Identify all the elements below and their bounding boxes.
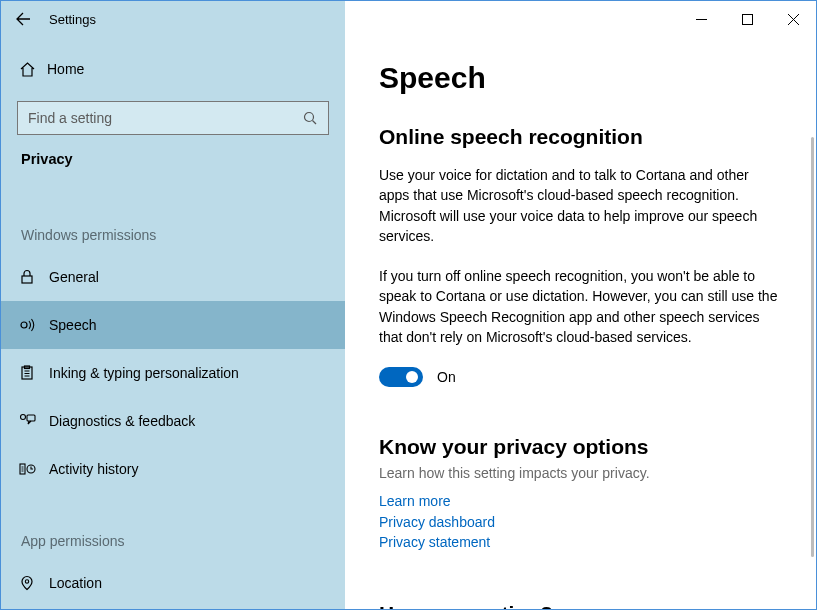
svg-rect-2 [22, 276, 32, 283]
home-link[interactable]: Home [1, 49, 345, 89]
speech-icon [19, 317, 49, 333]
sidebar: Home Privacy Windows permissions General… [1, 37, 345, 609]
category-label: Privacy [1, 149, 345, 187]
svg-point-10 [25, 580, 28, 583]
content-area: Speech Online speech recognition Use you… [345, 37, 816, 609]
sidebar-item-inking[interactable]: Inking & typing personalization [1, 349, 345, 397]
sidebar-item-speech[interactable]: Speech [1, 301, 345, 349]
minimize-button[interactable] [678, 1, 724, 37]
toggle-label: On [437, 369, 456, 385]
svg-rect-0 [742, 14, 752, 24]
close-button[interactable] [770, 1, 816, 37]
sidebar-item-label: Inking & typing personalization [49, 365, 239, 381]
section-header-app-permissions: App permissions [1, 493, 345, 559]
sidebar-item-location[interactable]: Location [1, 559, 345, 607]
home-label: Home [47, 61, 84, 77]
section-title-online-speech: Online speech recognition [379, 125, 782, 149]
section-title-privacy-options: Know your privacy options [379, 435, 782, 459]
titlebar: Settings [1, 1, 816, 37]
scrollbar[interactable] [811, 137, 814, 557]
sidebar-item-diagnostics[interactable]: Diagnostics & feedback [1, 397, 345, 445]
search-icon [303, 111, 318, 126]
maximize-button[interactable] [724, 1, 770, 37]
page-title: Speech [379, 61, 782, 95]
description-1: Use your voice for dictation and to talk… [379, 165, 782, 246]
svg-point-6 [21, 415, 26, 420]
sidebar-item-label: Diagnostics & feedback [49, 413, 195, 429]
home-icon [19, 61, 47, 78]
history-icon [19, 461, 49, 477]
back-button[interactable] [1, 1, 45, 37]
search-input[interactable] [17, 101, 329, 135]
svg-point-3 [21, 322, 27, 328]
maximize-icon [742, 14, 753, 25]
link-learn-more[interactable]: Learn more [379, 491, 782, 511]
svg-point-1 [305, 112, 314, 121]
clipboard-icon [19, 365, 49, 381]
section-title-question: Have a question? [379, 602, 782, 609]
location-icon [19, 575, 49, 591]
svg-rect-7 [27, 415, 35, 421]
sidebar-item-label: Activity history [49, 461, 138, 477]
sidebar-item-label: General [49, 269, 99, 285]
privacy-subtext: Learn how this setting impacts your priv… [379, 465, 782, 481]
minimize-icon [696, 14, 707, 25]
window-title: Settings [45, 12, 96, 27]
link-privacy-statement[interactable]: Privacy statement [379, 532, 782, 552]
close-icon [788, 14, 799, 25]
sidebar-item-activity-history[interactable]: Activity history [1, 445, 345, 493]
online-speech-toggle[interactable] [379, 367, 423, 387]
arrow-left-icon [14, 10, 32, 28]
section-header-windows-permissions: Windows permissions [1, 187, 345, 253]
search-field[interactable] [28, 110, 289, 126]
sidebar-item-label: Location [49, 575, 102, 591]
sidebar-item-general[interactable]: General [1, 253, 345, 301]
link-privacy-dashboard[interactable]: Privacy dashboard [379, 512, 782, 532]
description-2: If you turn off online speech recognitio… [379, 266, 782, 347]
lock-icon [19, 269, 49, 285]
sidebar-item-label: Speech [49, 317, 96, 333]
feedback-icon [19, 413, 49, 429]
